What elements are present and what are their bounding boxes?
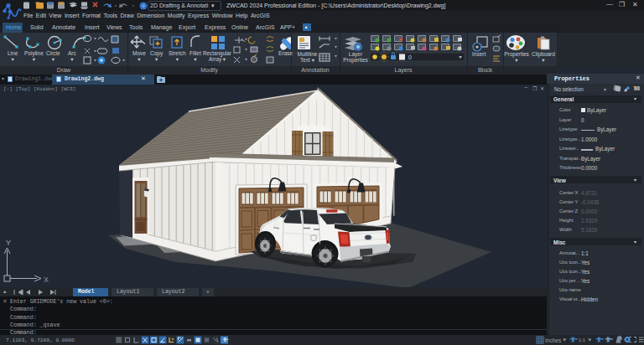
svg-text:Y: Y — [6, 239, 11, 247]
svg-text:X: X — [44, 275, 49, 284]
svg-text:0: 0 — [408, 54, 412, 60]
svg-text:1:1: 1:1 — [579, 337, 585, 342]
svg-text:Inches: Inches — [545, 337, 562, 343]
